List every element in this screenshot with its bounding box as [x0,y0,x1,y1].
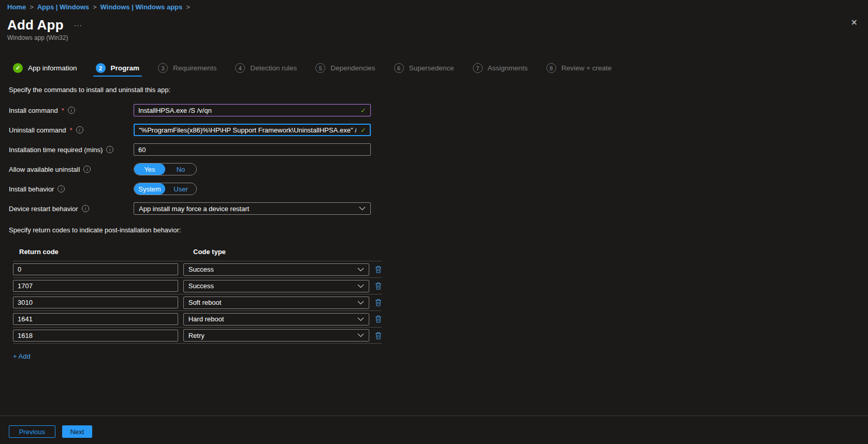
code-type-value: Soft reboot [189,299,222,306]
uninstall-command-input[interactable] [134,124,371,136]
return-code-row: Retry [13,327,382,344]
tab-requirements[interactable]: 3 Requirements [158,63,216,77]
step-number: 3 [158,63,168,73]
install-command-label: Install command [9,107,58,114]
required-marker: * [62,107,64,114]
chevron-down-icon [357,317,364,321]
install-time-row: Installation time required (mins) i [9,140,868,159]
toggle-option-yes[interactable]: Yes [134,164,165,175]
breadcrumb-separator: > [30,3,34,11]
page-header: Add App ··· Windows app (Win32) [0,18,868,41]
restart-behavior-select[interactable]: App install may force a device restart [134,202,371,215]
return-code-input[interactable] [13,313,178,325]
install-behavior-toggle[interactable]: System User [134,183,197,195]
delete-row-button[interactable] [375,332,382,339]
info-icon[interactable]: i [82,205,89,212]
trash-icon [375,265,382,273]
valid-check-icon: ✓ [360,107,366,114]
add-return-code-link[interactable]: + Add [13,352,31,361]
chevron-down-icon [357,284,364,288]
tab-program[interactable]: 2 Program [96,63,140,77]
code-type-value: Success [189,265,214,273]
allow-uninstall-toggle[interactable]: Yes No [134,163,197,175]
install-time-label: Installation time required (mins) [9,146,103,154]
trash-icon [375,282,382,290]
restart-behavior-label: Device restart behavior [9,205,78,213]
restart-behavior-row: Device restart behavior i App install ma… [9,199,868,218]
tab-label: Detection rules [250,64,297,72]
code-type-column-header: Code type [189,248,226,256]
breadcrumb-separator: > [93,3,97,11]
delete-row-button[interactable] [375,299,382,306]
trash-icon [375,299,382,306]
delete-row-button[interactable] [375,282,382,290]
breadcrumb-separator: > [186,3,190,11]
return-code-column-header: Return code [13,248,189,256]
more-options-icon[interactable]: ··· [74,21,82,29]
chevron-down-icon [359,206,366,211]
uninstall-command-row: Uninstall command * i ✓ [9,120,868,140]
breadcrumb-windows-apps[interactable]: Windows | Windows apps [100,3,183,11]
return-code-input[interactable] [13,263,178,275]
toggle-option-user[interactable]: User [165,183,196,195]
page-subtitle: Windows app (Win32) [7,34,868,41]
code-type-select[interactable]: Retry [183,329,369,342]
step-number: 2 [96,63,106,73]
info-icon[interactable]: i [76,126,83,134]
delete-row-button[interactable] [375,265,382,273]
delete-row-button[interactable] [375,315,382,323]
close-icon[interactable]: ✕ [851,19,858,27]
wizard-steps: ✓ App information 2 Program 3 Requiremen… [13,63,868,77]
tab-label: Program [111,64,140,72]
tab-label: Requirements [173,64,216,72]
step-number: 4 [235,63,245,73]
install-behavior-row: Install behavior i System User [9,179,868,199]
return-codes-table: Return code Code type Success Success So… [13,248,382,344]
return-codes-section-heading: Specify return codes to indicate post-in… [9,226,868,234]
install-time-input[interactable] [134,143,371,156]
tab-dependencies[interactable]: 5 Dependencies [315,63,375,77]
breadcrumb-apps-windows[interactable]: Apps | Windows [37,3,89,11]
tab-app-information[interactable]: ✓ App information [13,63,77,77]
tab-label: Supersedence [409,64,454,72]
next-button[interactable]: Next [62,425,92,438]
code-type-value: Retry [189,332,205,339]
return-code-input[interactable] [13,280,178,292]
return-code-input[interactable] [13,297,178,308]
info-icon[interactable]: i [68,107,75,114]
install-command-input[interactable] [134,104,371,116]
chevron-down-icon [357,333,364,337]
tab-supersedence[interactable]: 6 Supersedence [394,63,454,77]
info-icon[interactable]: i [83,166,91,173]
code-type-select[interactable]: Success [183,263,369,276]
info-icon[interactable]: i [57,185,65,193]
step-number: 7 [473,63,483,73]
previous-button[interactable]: Previous [9,425,55,438]
breadcrumb-home[interactable]: Home [7,3,26,11]
tab-assignments[interactable]: 7 Assignments [473,63,528,77]
toggle-option-system[interactable]: System [134,183,165,195]
wizard-footer: Previous Next [0,416,868,444]
code-type-select[interactable]: Hard reboot [183,313,369,325]
allow-uninstall-row: Allow available uninstall i Yes No [9,159,868,179]
program-form: Install command * i ✓ Uninstall command … [9,100,868,218]
step-complete-check-icon: ✓ [13,63,23,73]
allow-uninstall-label: Allow available uninstall [9,166,80,173]
code-type-select[interactable]: Success [183,280,369,292]
install-behavior-label: Install behavior [9,185,54,193]
return-code-input[interactable] [13,330,178,342]
chevron-down-icon [357,268,364,272]
restart-behavior-value: App install may force a device restart [139,205,249,213]
tab-review-create[interactable]: 8 Review + create [546,63,612,77]
info-icon[interactable]: i [106,146,113,153]
code-type-value: Hard reboot [189,315,224,323]
toggle-option-no[interactable]: No [165,164,196,175]
return-codes-header: Return code Code type [13,248,382,261]
tab-label: Dependencies [330,64,375,72]
chevron-down-icon [357,301,364,305]
tab-detection-rules[interactable]: 4 Detection rules [235,63,297,77]
required-marker: * [70,126,73,134]
page-title: Add App [7,18,64,32]
code-type-select[interactable]: Soft reboot [183,297,369,309]
step-number: 6 [394,63,404,73]
